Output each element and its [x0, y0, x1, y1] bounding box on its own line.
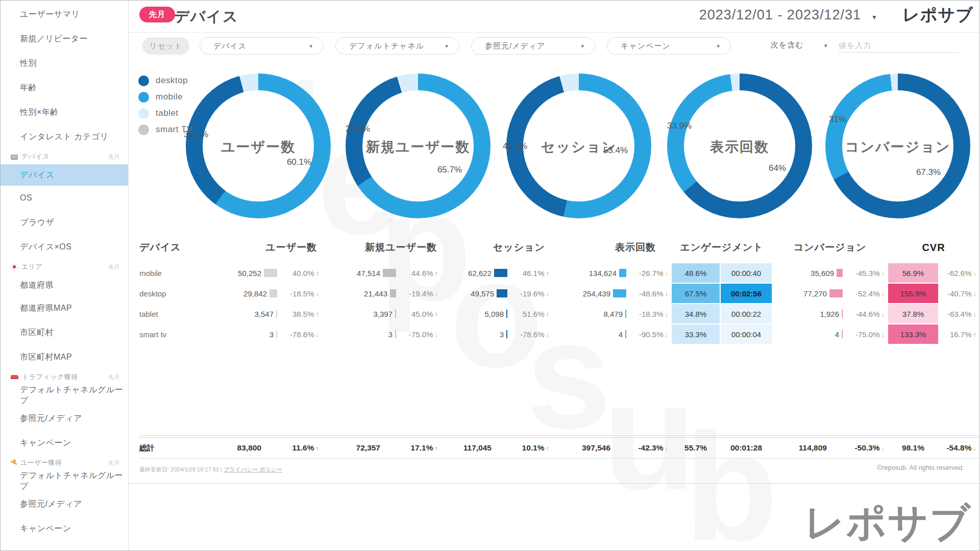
users-delta: 40.0%↑	[277, 269, 322, 278]
arrow-up-icon: ↑	[435, 444, 438, 452]
sidebar-item[interactable]: デバイス	[1, 164, 128, 186]
filter-value-input[interactable]	[839, 38, 959, 53]
sessions-delta: 46.1%↑	[507, 269, 552, 278]
totals-cvr-delta-value: -54.8%	[946, 443, 971, 453]
sessions-delta-value: -78.6%	[520, 330, 545, 339]
donut-pct-label-left: 42.3%	[503, 141, 527, 152]
sessions-cell-value: 3	[500, 330, 504, 339]
sessions-cell-value: 49,575	[471, 289, 494, 298]
copyright-text: ©reposub. All rights reserved.	[877, 464, 964, 471]
sidebar-item[interactable]: 市区町村MAP	[1, 345, 128, 369]
conversions-cell: 1,926	[772, 310, 843, 318]
sidebar-item[interactable]: デバイス×OS	[1, 235, 128, 259]
totals-eng-rate: 55.7%	[671, 443, 720, 453]
views-cell: 134,624	[552, 269, 626, 278]
donut-pct-label-right: 65.7%	[437, 165, 462, 175]
sidebar-item[interactable]: 年齢	[1, 76, 128, 100]
match-condition-dropdown[interactable]: 次を含む	[771, 40, 804, 50]
totals-label: 総計	[139, 443, 206, 453]
device-label: tablet	[139, 310, 206, 318]
users-cell-bar	[270, 289, 277, 297]
totals-conversions: 114,809	[772, 443, 843, 453]
new-users-cell-value: 3,397	[373, 310, 393, 318]
conversions-cell-bar	[837, 269, 843, 277]
sidebar-section-header: エリア先月	[1, 259, 128, 274]
views-delta-value: -90.5%	[639, 330, 664, 339]
sidebar-item[interactable]: 性別×年齢	[1, 100, 128, 124]
users-cell: 3,547	[206, 310, 277, 318]
engagement-time-cell: 00:00:04	[720, 324, 772, 344]
sidebar-item[interactable]: 市区町村	[1, 320, 128, 345]
sessions-cell: 49,575	[441, 289, 507, 298]
sidebar-item[interactable]: ブラウザ	[1, 210, 128, 235]
sidebar-item[interactable]: キャンペーン	[1, 516, 128, 541]
users-delta: -18.5%↓	[277, 289, 322, 298]
chevron-down-icon: ▾	[309, 43, 313, 49]
filter-dropdown[interactable]: デバイス▾	[200, 37, 324, 55]
filter-dropdown[interactable]: 参照元/メディア▾	[471, 37, 595, 55]
sidebar-item[interactable]: OS	[1, 186, 128, 210]
donut-chart-title: 新規ユーザー数	[366, 138, 470, 156]
date-range-picker[interactable]: 2023/12/01 - 2023/12/31	[699, 7, 861, 23]
car-icon	[11, 375, 18, 379]
new-users-delta: -75.0%↓	[396, 330, 441, 339]
sessions-delta: 51.6%↑	[507, 310, 552, 318]
reset-button[interactable]: リセット	[142, 37, 189, 55]
table-row[interactable]: mobile50,25240.0%↑47,51444.6%↑62,62246.1…	[139, 263, 980, 283]
totals-new-users: 72,357	[322, 443, 396, 453]
sidebar-item[interactable]: デフォルトチャネルグループ	[1, 385, 128, 406]
table-header-row: デバイス ユーザー数 新規ユーザー数 セッション 表示回数 エンゲージメント コ…	[139, 239, 980, 256]
sidebar-item[interactable]: デフォルトチャネルグループ	[1, 470, 128, 492]
table-row[interactable]: smart tv3-78.6%↓3-75.0%↓3-78.6%↓4-90.5%↓…	[139, 324, 980, 344]
filter-dropdown[interactable]: デフォルトチャネル▾	[335, 37, 459, 55]
chevron-down-icon[interactable]: ▼	[871, 14, 877, 21]
chevron-down-icon[interactable]: ▾	[824, 42, 827, 49]
filter-dropdown[interactable]: キャンペーン▾	[607, 37, 731, 55]
users-delta-value: 40.0%	[292, 269, 314, 278]
new-users-cell-value: 47,514	[357, 269, 380, 278]
arrow-down-icon: ↓	[665, 310, 669, 318]
arrow-down-icon: ↓	[973, 444, 977, 452]
col-header-conversions: コンバージョン	[772, 241, 888, 254]
sidebar-section-badge: 先月	[108, 373, 120, 381]
users-cell-value: 3	[270, 330, 274, 339]
sidebar-section-label: トラフィック獲得	[22, 372, 78, 382]
sidebar-item[interactable]: ユーザーサマリ	[1, 2, 128, 27]
totals-sessions-delta: 10.1%↑	[507, 443, 552, 453]
sessions-cell: 3	[441, 330, 507, 339]
conversions-cell: 4	[772, 330, 843, 339]
arrow-up-icon: ↑	[316, 444, 320, 452]
sidebar-item[interactable]: インタレスト カテゴリ	[1, 124, 128, 149]
new-users-cell: 3,397	[322, 310, 396, 318]
sidebar-item[interactable]: キャンペーン	[1, 431, 128, 455]
table-row[interactable]: tablet3,54738.5%↑3,39745.0%↑5,09851.6%↑8…	[139, 304, 980, 324]
totals-eng-time: 00:01:28	[720, 443, 772, 453]
arrow-down-icon: ↓	[973, 310, 977, 318]
arrow-down-icon: ↓	[881, 331, 885, 338]
sidebar-item[interactable]: 都道府県	[1, 274, 128, 296]
table-row[interactable]: desktop29,842-18.5%↓21,443-19.4%↓49,575-…	[139, 283, 980, 304]
views-delta: -48.6%↓	[626, 289, 671, 298]
sidebar-item[interactable]: 性別	[1, 51, 128, 76]
col-header-cvr: CVR	[888, 242, 979, 254]
views-delta-value: -48.6%	[639, 289, 664, 298]
device-label: desktop	[139, 289, 206, 298]
col-header-new-users: 新規ユーザー数	[322, 241, 441, 254]
totals-users-delta: 11.6%↑	[277, 443, 322, 453]
totals-new-users-delta: 17.1%↑	[396, 443, 441, 453]
arrow-up-icon: ↑	[973, 331, 977, 338]
cvr-delta: -40.7%↓	[939, 289, 979, 298]
sessions-delta: -19.6%↓	[507, 289, 552, 298]
sidebar-item[interactable]: 参照元/メディア	[1, 492, 128, 516]
sidebar-item[interactable]: 新規／リピーター	[1, 27, 128, 51]
sessions-delta-value: 51.6%	[523, 310, 545, 318]
sidebar-item[interactable]: 参照元/メディア	[1, 406, 128, 431]
conversions-cell-value: 35,609	[811, 269, 834, 278]
conversions-delta: -75.0%↓	[843, 330, 888, 339]
sessions-delta-value: -19.6%	[520, 289, 545, 298]
dashboard-page: reposub ユーザーサマリ新規／リピーター性別年齢性別×年齢インタレスト カ…	[0, 0, 980, 551]
sessions-delta: -78.6%↓	[507, 330, 552, 339]
sidebar-item[interactable]: 都道府県MAP	[1, 296, 128, 320]
conversions-delta: -52.4%↓	[843, 289, 888, 298]
privacy-policy-link[interactable]: プライバシー ポリシー	[224, 466, 282, 472]
